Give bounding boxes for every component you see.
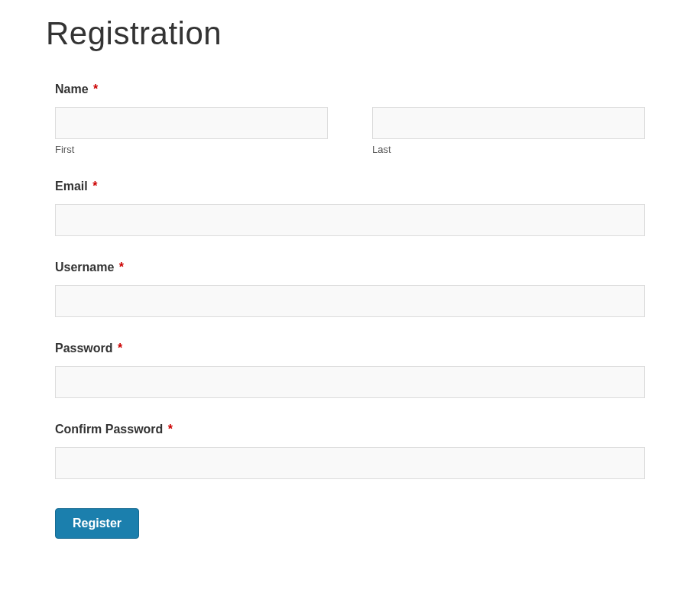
password-input[interactable]: [55, 366, 645, 398]
required-asterisk: *: [118, 342, 122, 355]
required-asterisk: *: [119, 261, 124, 274]
password-label-text: Password: [55, 342, 113, 355]
email-label-text: Email: [55, 180, 88, 193]
username-group: Username *: [55, 261, 645, 317]
confirm-password-label-text: Confirm Password: [55, 423, 163, 436]
registration-form: Name * First Last Email *: [46, 83, 654, 539]
last-name-input[interactable]: [372, 107, 645, 139]
first-name-input[interactable]: [55, 107, 328, 139]
username-label-text: Username: [55, 261, 114, 274]
email-input[interactable]: [55, 204, 645, 236]
confirm-password-group: Confirm Password *: [55, 423, 645, 479]
email-label: Email *: [55, 180, 645, 193]
username-input[interactable]: [55, 285, 645, 317]
name-group: Name * First Last: [55, 83, 645, 155]
required-asterisk: *: [168, 423, 173, 436]
register-button[interactable]: Register: [55, 508, 139, 539]
first-name-col: First: [55, 107, 328, 155]
required-asterisk: *: [92, 180, 97, 193]
password-group: Password *: [55, 342, 645, 398]
name-label-text: Name: [55, 83, 89, 96]
last-name-sublabel: Last: [372, 144, 645, 155]
first-name-sublabel: First: [55, 144, 328, 155]
username-label: Username *: [55, 261, 645, 274]
page-title: Registration: [46, 15, 654, 52]
confirm-password-label: Confirm Password *: [55, 423, 645, 436]
name-row: First Last: [55, 107, 645, 155]
name-label: Name *: [55, 83, 645, 96]
confirm-password-input[interactable]: [55, 447, 645, 479]
last-name-col: Last: [372, 107, 645, 155]
password-label: Password *: [55, 342, 645, 355]
email-group: Email *: [55, 180, 645, 236]
required-asterisk: *: [93, 83, 98, 96]
